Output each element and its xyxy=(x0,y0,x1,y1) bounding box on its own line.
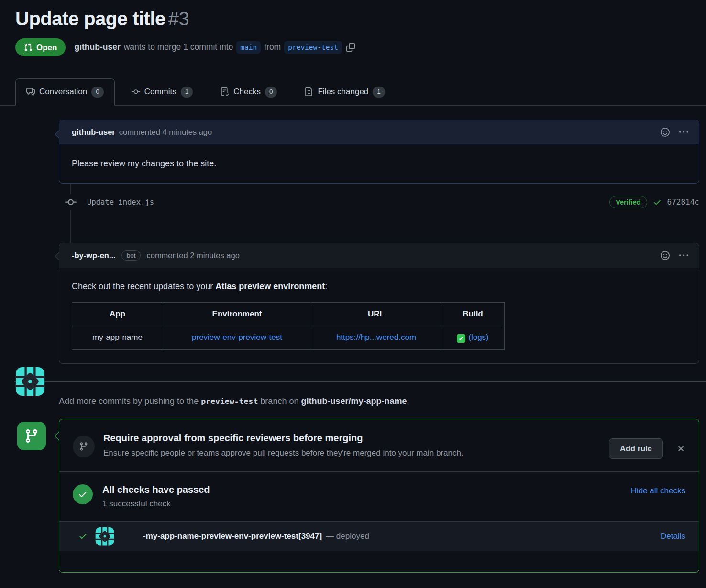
commit-message-link[interactable]: Update index.js xyxy=(87,198,154,207)
bot-comment-body: Check out the recent updates to your Atl… xyxy=(59,268,699,363)
check-icon xyxy=(653,198,662,207)
column-header-build: Build xyxy=(441,302,505,326)
column-header-app: App xyxy=(72,302,163,326)
column-header-environment: Environment xyxy=(163,302,311,326)
checks-subtitle: 1 successful check xyxy=(102,499,210,509)
checks-summary: All checks have passed 1 successful chec… xyxy=(59,471,699,521)
commit-sha-link[interactable]: 672814c xyxy=(667,197,699,207)
pr-header: Update page title#3 Open github-user wan… xyxy=(0,7,706,56)
pr-summary: github-user wants to merge 1 commit into… xyxy=(74,41,355,54)
cell-build: ✓(logs) xyxy=(441,326,505,349)
bot-comment-text: Check out the recent updates to your Atl… xyxy=(72,282,686,292)
bot-comment-timestamp: commented 2 minutes ago xyxy=(146,251,239,260)
checklist-icon xyxy=(221,87,229,96)
check-run-name: -my-app-name-preview-env-preview-test[39… xyxy=(143,532,369,541)
pr-title-text: Update page title xyxy=(15,8,165,29)
rule-icon-circle xyxy=(73,436,95,457)
git-branch-icon xyxy=(79,442,88,451)
base-branch-label[interactable]: main xyxy=(236,41,261,54)
tab-files-changed[interactable]: Files changed 1 xyxy=(294,78,396,105)
tab-files-changed-label: Files changed xyxy=(318,87,368,97)
cell-app-name: my-app-name xyxy=(72,326,163,349)
git-pull-request-icon xyxy=(24,43,33,52)
merge-box: Require approval from specific reviewers… xyxy=(59,419,699,573)
check-success-icon xyxy=(78,532,88,541)
file-diff-icon xyxy=(305,87,313,96)
pr-state-label: Open xyxy=(36,44,57,52)
pr-summary-from: from xyxy=(264,42,281,52)
dismiss-banner-button[interactable] xyxy=(676,444,685,453)
verified-badge[interactable]: Verified xyxy=(609,196,647,208)
push-note: Add more commits by pushing to the previ… xyxy=(59,396,699,406)
tab-conversation-label: Conversation xyxy=(39,87,87,97)
tab-commits[interactable]: Commits 1 xyxy=(121,78,204,105)
git-commit-icon xyxy=(132,87,140,96)
commit-event-row: Update index.js Verified 672814c xyxy=(65,184,699,221)
pr-tab-bar: Conversation 0 Commits 1 Checks 0 Files … xyxy=(0,78,706,106)
smiley-icon xyxy=(661,251,670,260)
page-title: Update page title#3 xyxy=(15,7,691,31)
preview-url-link[interactable]: https://hp...wered.com xyxy=(336,333,416,342)
tab-conversation-count: 0 xyxy=(91,87,104,98)
check-details-link[interactable]: Details xyxy=(661,532,685,541)
check-run-status: — deployed xyxy=(326,532,369,541)
table-header-row: App Environment URL Build xyxy=(72,302,505,326)
copy-icon xyxy=(346,43,355,52)
copy-branch-button[interactable] xyxy=(346,43,355,52)
bot-badge: bot xyxy=(121,250,141,261)
hide-all-checks-link[interactable]: Hide all checks xyxy=(631,484,685,496)
environment-table: App Environment URL Build my-app-name pr… xyxy=(72,302,505,350)
add-rule-button[interactable]: Add rule xyxy=(609,438,663,459)
atlas-logo-icon xyxy=(95,527,114,546)
build-success-check-icon: ✓ xyxy=(457,334,465,343)
comment-author-link[interactable]: github-user xyxy=(72,128,115,137)
tab-conversation[interactable]: Conversation 0 xyxy=(15,78,115,106)
tab-commits-count: 1 xyxy=(181,87,193,98)
check-run-row: -my-app-name-preview-env-preview-test[39… xyxy=(59,521,699,551)
add-reaction-button[interactable] xyxy=(661,251,670,260)
column-header-url: URL xyxy=(311,302,441,326)
git-branch-avatar-icon xyxy=(17,422,46,450)
comment-header: github-user commented 4 minutes ago xyxy=(59,120,699,144)
tab-commits-label: Commits xyxy=(144,87,176,97)
pr-description-comment: github-user commented 4 minutes ago Plea… xyxy=(59,120,699,184)
check-app-avatar[interactable] xyxy=(95,527,114,546)
timeline-divider xyxy=(14,381,706,382)
checks-passed-circle-icon xyxy=(73,484,93,504)
pr-summary-text: wants to merge 1 commit into xyxy=(124,42,233,52)
table-row: my-app-name preview-env-preview-test htt… xyxy=(72,326,505,349)
head-branch-label[interactable]: preview-test xyxy=(284,41,342,54)
kebab-horizontal-icon xyxy=(679,128,688,137)
rule-title: Require approval from specific reviewers… xyxy=(103,433,463,444)
branch-rule-banner: Require approval from specific reviewers… xyxy=(59,419,699,471)
merge-box-bottom xyxy=(59,551,699,572)
bot-avatar[interactable] xyxy=(15,367,45,398)
comment-discussion-icon xyxy=(26,87,35,96)
pr-author-link[interactable]: github-user xyxy=(74,42,120,52)
tab-checks-label: Checks xyxy=(233,87,261,97)
merge-area: Require approval from specific reviewers… xyxy=(0,419,706,573)
comment-menu-button[interactable] xyxy=(679,251,688,260)
kebab-horizontal-icon xyxy=(679,251,688,260)
close-icon xyxy=(676,444,685,453)
bot-comment: -by-wp-en... bot commented 2 minutes ago… xyxy=(59,243,699,364)
environment-link[interactable]: preview-env-preview-test xyxy=(192,333,282,342)
comment-body: Please review my changes to the site. xyxy=(59,144,699,183)
tab-checks[interactable]: Checks 0 xyxy=(210,78,288,105)
comment-menu-button[interactable] xyxy=(679,128,688,137)
push-note-repo: github-user/my-app-name xyxy=(301,396,407,406)
checks-title: All checks have passed xyxy=(102,484,210,495)
smiley-icon xyxy=(661,128,670,137)
add-reaction-button[interactable] xyxy=(661,128,670,137)
github-actions-avatar[interactable] xyxy=(17,422,46,452)
pr-state-badge: Open xyxy=(15,38,66,56)
build-logs-link[interactable]: (logs) xyxy=(468,333,489,342)
bot-author-link[interactable]: -by-wp-en... xyxy=(72,251,116,260)
rule-description: Ensure specific people or teams approve … xyxy=(103,448,463,458)
push-note-branch: preview-test xyxy=(201,397,258,406)
pr-timeline: github-user commented 4 minutes ago Plea… xyxy=(0,120,706,364)
tab-files-changed-count: 1 xyxy=(373,87,385,98)
bot-comment-header: -by-wp-en... bot commented 2 minutes ago xyxy=(59,243,699,268)
atlas-logo-icon xyxy=(15,367,45,396)
tab-checks-count: 0 xyxy=(265,87,277,98)
